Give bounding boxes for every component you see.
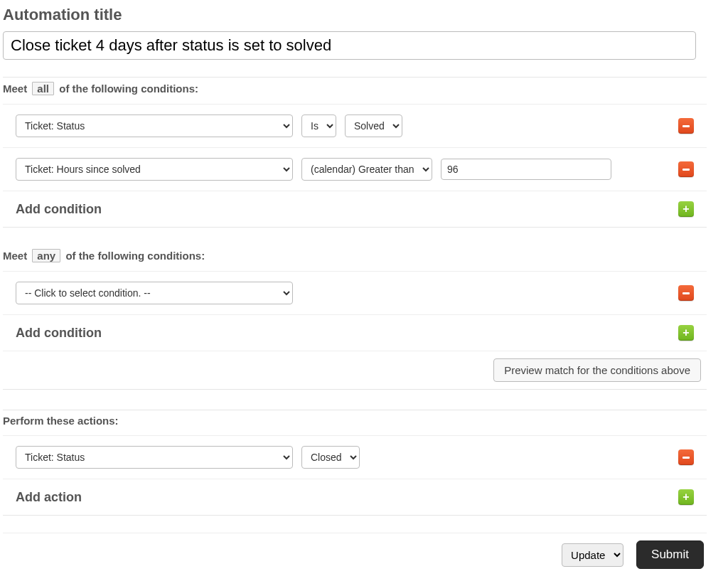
submit-button[interactable]: Submit — [636, 540, 704, 569]
minus-icon[interactable] — [678, 285, 694, 301]
actions-header: Perform these actions: — [3, 410, 707, 435]
condition-field-select[interactable]: Ticket: Status — [16, 114, 293, 137]
condition-operator-select[interactable]: Is — [301, 114, 336, 137]
condition-value-input[interactable] — [441, 159, 611, 180]
minus-icon[interactable] — [678, 161, 694, 177]
condition-operator-select[interactable]: (calendar) Greater than — [301, 158, 432, 181]
preview-row: Preview match for the conditions above — [3, 351, 707, 389]
preview-match-button[interactable]: Preview match for the conditions above — [493, 358, 701, 382]
conditions-all-section: Meet all of the following conditions: Ti… — [3, 77, 707, 228]
conditions-all-chip: all — [32, 82, 54, 95]
conditions-any-prefix: Meet — [3, 250, 27, 262]
condition-value-select[interactable]: Solved — [345, 114, 402, 137]
condition-row: Ticket: Status Is Solved — [3, 104, 707, 147]
conditions-any-section: Meet any of the following conditions: --… — [3, 245, 707, 390]
condition-row: -- Click to select condition. -- — [3, 271, 707, 314]
conditions-any-suffix: of the following conditions: — [65, 250, 205, 262]
condition-field-select[interactable]: Ticket: Hours since solved — [16, 158, 293, 181]
action-value-select[interactable]: Closed — [301, 446, 360, 469]
conditions-all-suffix: of the following conditions: — [59, 82, 198, 95]
save-mode-select[interactable]: Update — [562, 543, 623, 567]
plus-icon[interactable]: + — [678, 489, 694, 505]
actions-section: Perform these actions: Ticket: Status Cl… — [3, 410, 707, 516]
add-condition-row: Add condition + — [3, 191, 707, 227]
minus-icon[interactable] — [678, 449, 694, 465]
condition-field-select[interactable]: -- Click to select condition. -- — [16, 282, 293, 304]
add-condition-label: Add condition — [16, 202, 670, 217]
form-footer: Update Submit — [3, 533, 707, 576]
minus-icon[interactable] — [678, 118, 694, 134]
plus-icon[interactable]: + — [678, 201, 694, 217]
add-action-label: Add action — [16, 490, 670, 505]
add-condition-label: Add condition — [16, 326, 670, 341]
automation-title-input[interactable] — [3, 31, 696, 60]
action-row: Ticket: Status Closed — [3, 435, 707, 479]
condition-row: Ticket: Hours since solved (calendar) Gr… — [3, 147, 707, 191]
conditions-all-header: Meet all of the following conditions: — [3, 78, 707, 104]
action-field-select[interactable]: Ticket: Status — [16, 446, 293, 469]
conditions-all-prefix: Meet — [3, 82, 27, 95]
conditions-any-header: Meet any of the following conditions: — [3, 245, 707, 271]
conditions-any-chip: any — [32, 249, 60, 262]
page-title: Automation title — [3, 6, 725, 24]
add-condition-row: Add condition + — [3, 314, 707, 351]
plus-icon[interactable]: + — [678, 325, 694, 341]
add-action-row: Add action + — [3, 479, 707, 515]
